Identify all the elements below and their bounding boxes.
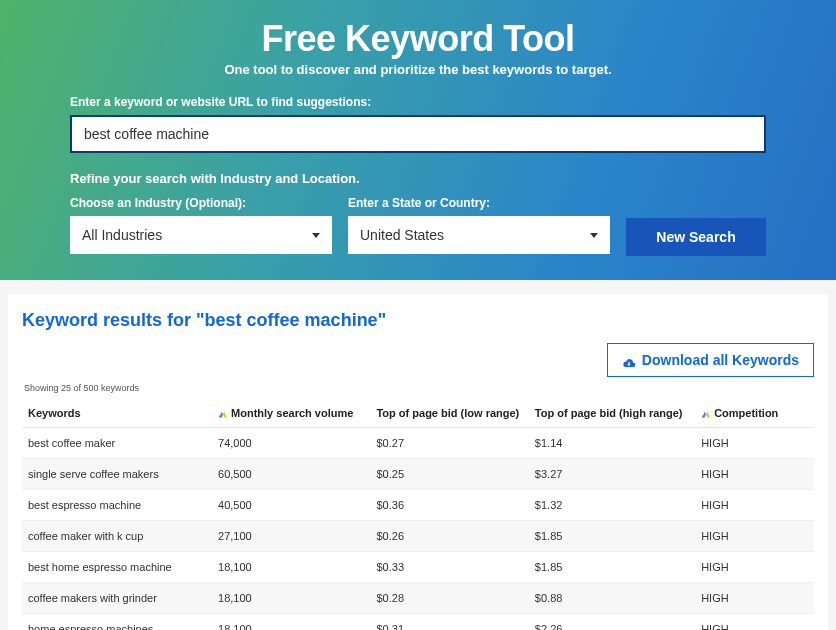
table-row[interactable]: best espresso machine40,500$0.36$1.32HIG… [22,490,814,521]
cell-kw: best coffee maker [22,428,212,459]
cell-vol: 18,100 [212,614,370,630]
cell-high: $1.85 [529,521,695,552]
table-row[interactable]: home espresso machines18,100$0.31$2.26HI… [22,614,814,630]
cell-low: $0.33 [370,552,528,583]
cell-vol: 40,500 [212,490,370,521]
cell-vol: 18,100 [212,552,370,583]
cell-high: $1.14 [529,428,695,459]
google-ads-icon [218,409,228,419]
cell-comp: HIGH [695,459,814,490]
table-row[interactable]: best home espresso machine18,100$0.33$1.… [22,552,814,583]
cell-vol: 18,100 [212,583,370,614]
col-volume[interactable]: Monthly search volume [212,399,370,428]
location-value: United States [360,227,444,243]
cell-high: $1.85 [529,552,695,583]
google-ads-icon [701,409,711,419]
cell-kw: coffee maker with k cup [22,521,212,552]
cell-vol: 74,000 [212,428,370,459]
cell-comp: HIGH [695,428,814,459]
cell-kw: single serve coffee makers [22,459,212,490]
keyword-input[interactable] [70,115,766,153]
cell-high: $2.26 [529,614,695,630]
cell-high: $0.88 [529,583,695,614]
industry-select[interactable]: All Industries [70,216,332,254]
hero-section: Free Keyword Tool One tool to discover a… [0,0,836,280]
cell-low: $0.36 [370,490,528,521]
page-subtitle: One tool to discover and prioritize the … [70,62,766,77]
col-bid-low[interactable]: Top of page bid (low range) [370,399,528,428]
cell-low: $0.27 [370,428,528,459]
cell-kw: best espresso machine [22,490,212,521]
location-label: Enter a State or Country: [348,196,610,210]
cell-comp: HIGH [695,552,814,583]
cell-comp: HIGH [695,583,814,614]
cell-high: $3.27 [529,459,695,490]
location-select[interactable]: United States [348,216,610,254]
cell-kw: best home espresso machine [22,552,212,583]
table-row[interactable]: coffee maker with k cup27,100$0.26$1.85H… [22,521,814,552]
results-table: Keywords Monthly search volume Top of pa… [22,399,814,630]
cell-vol: 27,100 [212,521,370,552]
table-row[interactable]: single serve coffee makers60,500$0.25$3.… [22,459,814,490]
table-row[interactable]: coffee makers with grinder18,100$0.28$0.… [22,583,814,614]
cell-comp: HIGH [695,614,814,630]
new-search-button[interactable]: New Search [626,218,766,256]
cell-vol: 60,500 [212,459,370,490]
refine-label: Refine your search with Industry and Loc… [70,171,766,186]
page-title: Free Keyword Tool [70,18,766,60]
col-bid-high[interactable]: Top of page bid (high range) [529,399,695,428]
cell-kw: home espresso machines [22,614,212,630]
cell-high: $1.32 [529,490,695,521]
cell-kw: coffee makers with grinder [22,583,212,614]
cell-low: $0.31 [370,614,528,630]
download-button-label: Download all Keywords [642,352,799,368]
chevron-down-icon [590,233,598,238]
cell-comp: HIGH [695,521,814,552]
cell-low: $0.25 [370,459,528,490]
cell-low: $0.28 [370,583,528,614]
svg-point-1 [702,415,705,418]
industry-value: All Industries [82,227,162,243]
results-title: Keyword results for "best coffee machine… [22,310,814,331]
results-card: Keyword results for "best coffee machine… [8,294,828,630]
cell-low: $0.26 [370,521,528,552]
download-keywords-button[interactable]: Download all Keywords [607,343,814,377]
table-row[interactable]: best coffee maker74,000$0.27$1.14HIGH [22,428,814,459]
showing-count: Showing 25 of 500 keywords [24,383,814,393]
col-keywords[interactable]: Keywords [22,399,212,428]
cell-comp: HIGH [695,490,814,521]
chevron-down-icon [312,233,320,238]
cloud-download-icon [622,355,636,365]
svg-point-0 [219,415,222,418]
col-competition[interactable]: Competition [695,399,814,428]
search-input-label: Enter a keyword or website URL to find s… [70,95,766,109]
industry-label: Choose an Industry (Optional): [70,196,332,210]
